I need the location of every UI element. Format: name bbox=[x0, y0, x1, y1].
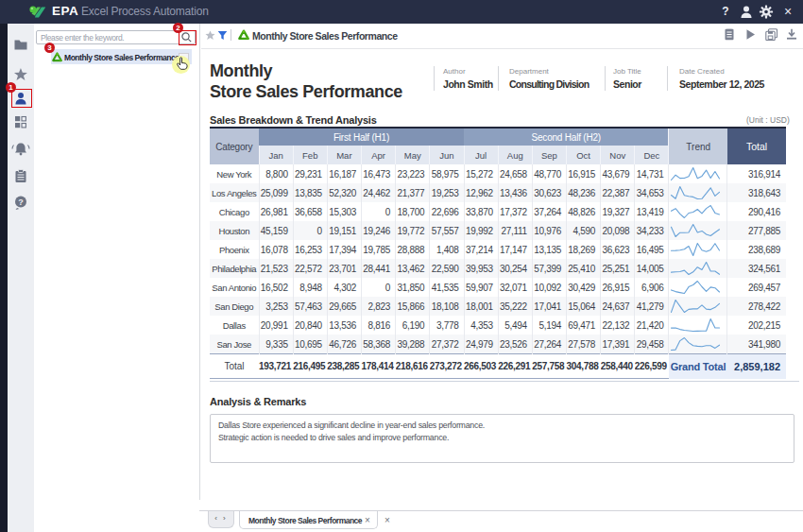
svg-text:?: ? bbox=[18, 197, 24, 207]
